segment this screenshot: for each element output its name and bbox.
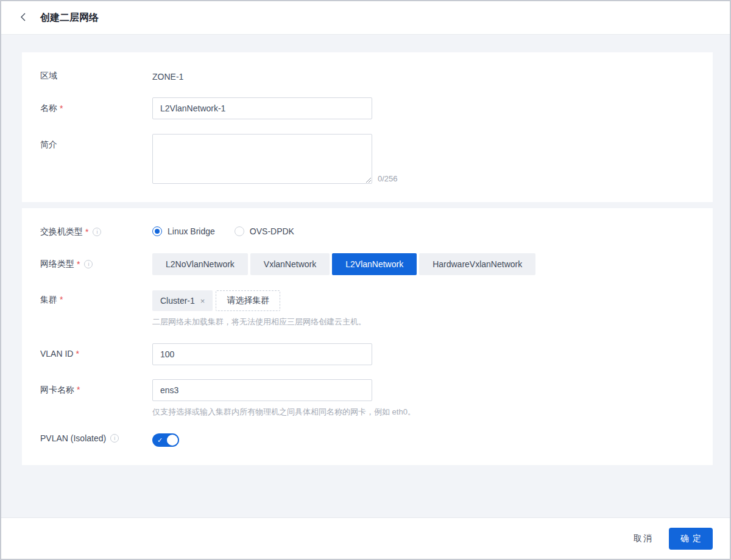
required-mark: * [60, 295, 63, 304]
field-nic-name: 网卡名称* 仅支持选择或输入集群内所有物理机之间具体相同名称的网卡，例如 eth… [40, 379, 694, 418]
field-pvlan: PVLAN (Isolated)i ✓ [40, 433, 694, 447]
cluster-tag-label: Cluster-1 [160, 296, 195, 306]
required-mark: * [77, 259, 80, 269]
page-title: 创建二层网络 [40, 12, 99, 24]
radio-circle-icon [235, 226, 244, 236]
required-mark: * [85, 227, 88, 237]
cluster-label: 集群 [40, 295, 57, 306]
back-button[interactable] [16, 10, 30, 25]
confirm-button[interactable]: 确定 [669, 528, 713, 550]
nic-name-input[interactable] [152, 379, 372, 401]
field-name: 名称* [40, 97, 694, 119]
name-input[interactable] [152, 97, 372, 119]
cancel-button[interactable]: 取消 [634, 533, 653, 544]
field-network-type: 网络类型*i L2NoVlanNetwork VxlanNetwork L2Vl… [40, 253, 694, 275]
cluster-tag: Cluster-1 × [152, 290, 213, 311]
switch-type-label: 交换机类型 [40, 226, 83, 237]
network-type-l2vlan[interactable]: L2VlanNetwork [332, 253, 417, 275]
info-icon[interactable]: i [93, 228, 101, 236]
required-mark: * [77, 385, 80, 394]
info-icon[interactable]: i [84, 260, 93, 268]
char-counter: 0/256 [378, 174, 398, 184]
network-type-label: 网络类型 [40, 259, 74, 270]
toggle-knob [167, 435, 178, 446]
network-type-l2novlan[interactable]: L2NoVlanNetwork [152, 253, 248, 275]
description-label: 简介 [40, 139, 57, 150]
vlan-id-input[interactable] [152, 343, 372, 365]
required-mark: * [76, 349, 79, 359]
info-icon[interactable]: i [110, 434, 119, 443]
pvlan-toggle[interactable]: ✓ [152, 433, 179, 447]
create-l2-network-page: 创建二层网络 区域 ZONE-1 名称* [0, 0, 731, 560]
cluster-hint: 二层网络未加载集群，将无法使用相应三层网络创建云主机。 [152, 317, 694, 327]
radio-ovs-dpdk[interactable]: OVS-DPDK [235, 226, 294, 236]
remove-tag-icon[interactable]: × [200, 296, 205, 306]
toggle-check-icon: ✓ [157, 435, 163, 445]
form-body: 区域 ZONE-1 名称* 简介 [1, 35, 730, 517]
field-switch-type: 交换机类型*i Linux Bridge OVS-DPDK [40, 226, 694, 237]
field-zone: 区域 ZONE-1 [40, 71, 694, 83]
basic-info-card: 区域 ZONE-1 名称* 简介 [22, 52, 713, 202]
nic-name-hint: 仅支持选择或输入集群内所有物理机之间具体相同名称的网卡，例如 eth0。 [152, 407, 694, 418]
network-config-card: 交换机类型*i Linux Bridge OVS-DPDK [22, 208, 713, 465]
field-description: 简介 0/256 [40, 134, 694, 184]
zone-value: ZONE-1 [152, 72, 183, 82]
page-header: 创建二层网络 [1, 1, 730, 35]
action-footer: 取消 确定 [1, 517, 730, 559]
zone-label: 区域 [40, 71, 57, 82]
network-type-hardwarevxlan[interactable]: HardwareVxlanNetwork [419, 253, 535, 275]
field-vlan-id: VLAN ID* [40, 343, 694, 365]
nic-name-label: 网卡名称 [40, 385, 74, 396]
description-textarea[interactable] [152, 134, 372, 184]
name-label: 名称 [40, 103, 57, 114]
vlan-id-label: VLAN ID [40, 349, 73, 359]
back-chevron-icon [19, 13, 27, 23]
switch-type-radio-group: Linux Bridge OVS-DPDK [152, 226, 694, 236]
network-type-button-group: L2NoVlanNetwork VxlanNetwork L2VlanNetwo… [152, 253, 694, 275]
required-mark: * [60, 103, 63, 113]
pvlan-label: PVLAN (Isolated) [40, 433, 106, 443]
radio-circle-icon [152, 226, 162, 236]
field-cluster: 集群* Cluster-1 × 请选择集群 二层网络未加载集群，将无法使用相应三… [40, 290, 694, 327]
network-type-vxlan[interactable]: VxlanNetwork [250, 253, 330, 275]
radio-linux-bridge[interactable]: Linux Bridge [152, 226, 215, 236]
select-cluster-button[interactable]: 请选择集群 [216, 290, 280, 311]
